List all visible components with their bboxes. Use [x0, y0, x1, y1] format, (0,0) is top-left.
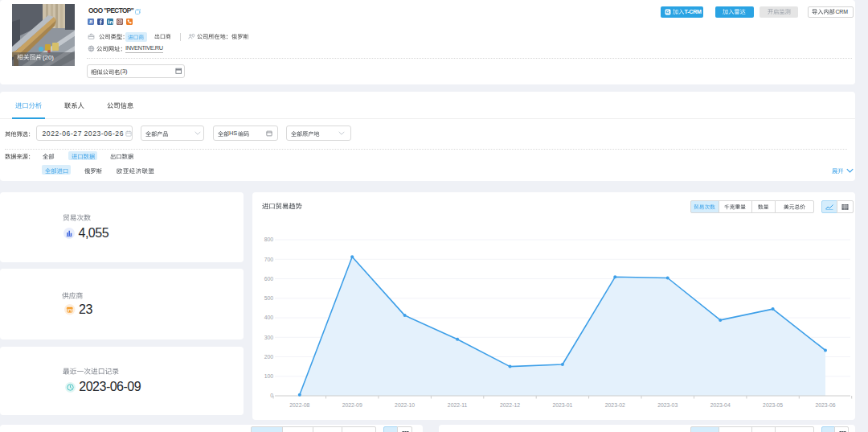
svg-text:100: 100 [264, 373, 274, 379]
svg-text:300: 300 [264, 335, 274, 340]
svg-text:500: 500 [264, 295, 274, 301]
svg-text:0: 0 [270, 393, 273, 398]
svg-text:200: 200 [264, 354, 274, 360]
svg-text:B: B [88, 19, 92, 24]
svg-text:2023-01: 2023-01 [552, 402, 572, 408]
svg-text:2022-10: 2022-10 [395, 402, 415, 408]
svg-text:2023-04: 2023-04 [710, 402, 731, 408]
svg-text:600: 600 [264, 276, 274, 282]
svg-text:2023-02: 2023-02 [605, 402, 625, 408]
svg-text:2023-05: 2023-05 [763, 402, 783, 408]
svg-text:400: 400 [264, 315, 274, 320]
svg-text:2022-08: 2022-08 [289, 402, 309, 408]
svg-text:2023-03: 2023-03 [657, 402, 678, 408]
svg-text:800: 800 [264, 237, 274, 242]
svg-text:2022-09: 2022-09 [342, 402, 362, 408]
svg-text:2023-06: 2023-06 [816, 402, 836, 408]
svg-text:2022-11: 2022-11 [448, 402, 468, 408]
svg-text:2022-12: 2022-12 [500, 402, 520, 408]
svg-text:700: 700 [264, 257, 274, 262]
